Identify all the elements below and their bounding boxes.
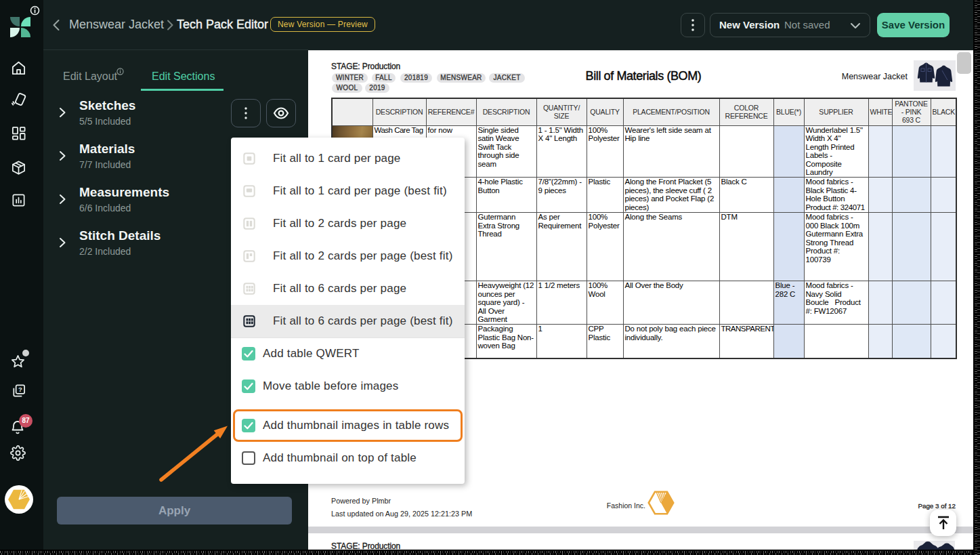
svg-text:?: ? <box>18 386 22 393</box>
